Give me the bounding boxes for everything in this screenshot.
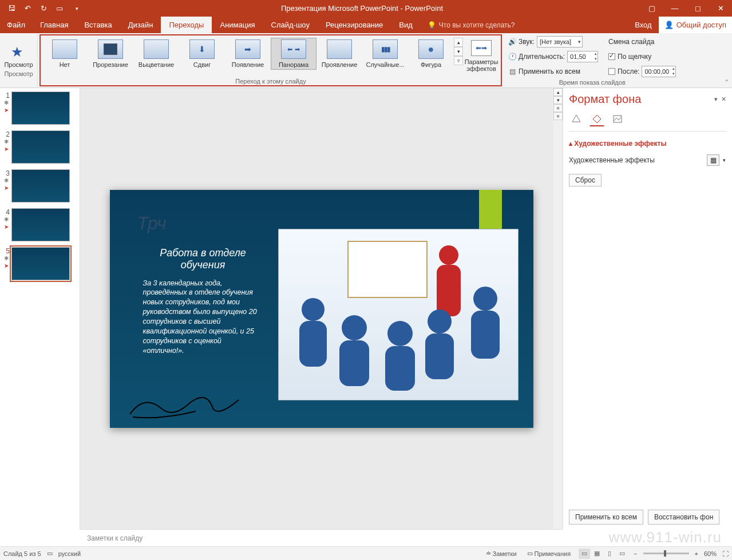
tab-animation[interactable]: Анимация bbox=[212, 17, 263, 33]
transition-reveal[interactable]: Проявление bbox=[316, 38, 362, 70]
view-switcher: ▭ ▦ ▯ ▭ bbox=[579, 549, 628, 559]
sign-in-button[interactable]: Вход bbox=[628, 17, 658, 33]
language-indicator[interactable]: русский bbox=[58, 550, 81, 557]
zoom-out-icon[interactable]: − bbox=[634, 550, 637, 557]
tab-insert[interactable]: Вставка bbox=[76, 17, 120, 33]
transition-none[interactable]: Нет bbox=[42, 38, 88, 70]
gallery-scroll-up[interactable]: ▴ bbox=[454, 38, 463, 47]
main-area: 1✱➤ 2✱➤ 3✱➤ 4✱➤ 5✱➤ Трч Работа в отделе … bbox=[0, 88, 732, 529]
comments-toggle[interactable]: ▭ Примечания bbox=[525, 550, 573, 557]
transition-cut[interactable]: Прорезание bbox=[88, 38, 133, 70]
fill-tab-icon[interactable] bbox=[569, 112, 584, 126]
sorter-view-icon[interactable]: ▦ bbox=[591, 549, 603, 559]
thumb-3[interactable]: 3✱➤ bbox=[2, 169, 77, 202]
thumb-5[interactable]: 5✱➤ bbox=[2, 247, 77, 280]
transitions-gallery: Нет Прорезание Выцветание Сдвиг Появлени… bbox=[41, 35, 501, 77]
reset-button[interactable]: Сброс bbox=[569, 174, 602, 186]
prev-slide-icon[interactable]: ≡ bbox=[553, 104, 563, 112]
start-from-beginning-icon[interactable]: ▭ bbox=[53, 2, 66, 15]
preview-group-label: Просмотр bbox=[4, 70, 33, 77]
effects-tab-icon[interactable] bbox=[589, 112, 604, 126]
scroll-up-icon[interactable]: ▴ bbox=[553, 88, 563, 96]
close-icon[interactable]: ✕ bbox=[709, 0, 732, 17]
duration-label: Длительность: bbox=[519, 53, 565, 61]
current-slide[interactable]: Трч Работа в отделе обучения За 3 календ… bbox=[110, 190, 533, 428]
transition-push[interactable]: Сдвиг bbox=[179, 38, 225, 70]
notes-pane[interactable]: Заметки к слайду bbox=[80, 529, 563, 546]
after-label: После: bbox=[618, 67, 639, 76]
zoom-level[interactable]: 60% bbox=[704, 550, 717, 557]
slide-canvas-area[interactable]: Трч Работа в отделе обучения За 3 календ… bbox=[80, 88, 563, 529]
ribbon-display-icon[interactable]: ▢ bbox=[640, 0, 663, 17]
transition-wipe[interactable]: Появление bbox=[225, 38, 271, 70]
gallery-scroll: ▴ ▾ ▿ bbox=[454, 38, 463, 65]
share-icon: 👤 bbox=[664, 21, 674, 29]
pane-restore-button[interactable]: Восстановить фон bbox=[648, 510, 719, 525]
next-slide-icon[interactable]: ≡ bbox=[553, 112, 563, 120]
editor-vertical-scrollbar[interactable]: ▴ ▾ ≡ ≡ bbox=[553, 88, 563, 529]
slideshow-view-icon[interactable]: ▭ bbox=[616, 549, 628, 559]
preview-button[interactable]: ★ bbox=[11, 44, 27, 60]
thumb-2[interactable]: 2✱➤ bbox=[2, 130, 77, 164]
tab-transitions[interactable]: Переходы bbox=[161, 17, 212, 33]
tab-review[interactable]: Рецензирование bbox=[318, 17, 391, 33]
tab-design[interactable]: Дизайн bbox=[120, 17, 161, 33]
slide-accent-shape bbox=[479, 190, 502, 229]
normal-view-icon[interactable]: ▭ bbox=[579, 549, 590, 559]
pane-title: Формат фона bbox=[569, 93, 641, 106]
thumb-1[interactable]: 1✱➤ bbox=[2, 92, 77, 125]
picture-tab-icon[interactable] bbox=[610, 112, 625, 126]
artistic-effects-label: Художественные эффекты bbox=[569, 156, 655, 164]
maximize-icon[interactable]: ◻ bbox=[686, 0, 709, 17]
share-button[interactable]: 👤 Общий доступ bbox=[659, 17, 732, 33]
reading-view-icon[interactable]: ▯ bbox=[604, 549, 615, 559]
qat-customize-icon[interactable]: ▾ bbox=[70, 2, 84, 15]
transition-shape[interactable]: Фигура bbox=[408, 38, 454, 70]
tell-me-search[interactable]: 💡 Что вы хотите сделать? bbox=[421, 17, 522, 33]
after-checkbox[interactable] bbox=[608, 68, 615, 75]
scroll-down-icon[interactable]: ▾ bbox=[553, 96, 563, 104]
save-icon[interactable]: 🖫 bbox=[5, 2, 18, 15]
spellcheck-icon[interactable]: ▭ bbox=[47, 550, 53, 557]
title-bar: 🖫 ↶ ↻ ▭ ▾ Презентация Microsoft PowerPoi… bbox=[0, 0, 732, 17]
zoom-slider[interactable] bbox=[643, 553, 689, 554]
ribbon: ★ Просмотр Просмотр Нет Прорезание Выцве… bbox=[0, 33, 732, 88]
transition-split[interactable]: Панорама bbox=[271, 38, 316, 70]
tab-slideshow[interactable]: Слайд-шоу bbox=[263, 17, 318, 33]
pane-menu-icon[interactable]: ▾ bbox=[714, 96, 718, 103]
transition-fade[interactable]: Выцветание bbox=[133, 38, 179, 70]
ribbon-tabs: Файл Главная Вставка Дизайн Переходы Ани… bbox=[0, 17, 732, 33]
gallery-expand[interactable]: ▿ bbox=[454, 56, 463, 65]
fit-to-window-icon[interactable]: ⛶ bbox=[722, 550, 729, 557]
artistic-effects-section-header[interactable]: ▴ Художественные эффекты bbox=[569, 140, 726, 148]
slide-image bbox=[278, 229, 519, 400]
thumb-4[interactable]: 4✱➤ bbox=[2, 208, 77, 241]
effect-options-icon bbox=[471, 40, 492, 56]
after-spinner[interactable]: 00:00,00 bbox=[642, 66, 676, 77]
on-click-label: По щелчку bbox=[618, 53, 651, 61]
tab-view[interactable]: Вид bbox=[391, 17, 421, 33]
gallery-scroll-down[interactable]: ▾ bbox=[454, 47, 463, 56]
window-controls: ▢ — ◻ ✕ bbox=[640, 0, 732, 17]
preview-group: ★ Просмотр Просмотр bbox=[0, 33, 38, 88]
pane-close-icon[interactable]: ✕ bbox=[721, 96, 726, 103]
on-click-checkbox[interactable] bbox=[608, 53, 615, 60]
apply-all-button[interactable]: Применить ко всем bbox=[519, 67, 580, 76]
share-label: Общий доступ bbox=[676, 21, 726, 29]
slide-subtitle: Работа в отделе обучения bbox=[155, 247, 252, 271]
undo-icon[interactable]: ↶ bbox=[21, 2, 34, 15]
transitions-group-highlight: Нет Прорезание Выцветание Сдвиг Появлени… bbox=[39, 34, 502, 86]
pane-apply-all-button[interactable]: Применить ко всем bbox=[569, 510, 643, 525]
redo-icon[interactable]: ↻ bbox=[37, 2, 50, 15]
notes-toggle[interactable]: ≐ Заметки bbox=[484, 550, 519, 557]
transition-random[interactable]: Случайные... bbox=[362, 38, 408, 70]
effect-options-button[interactable]: Параметры эффектов bbox=[463, 38, 500, 74]
duration-spinner[interactable]: 01,50 bbox=[567, 51, 598, 62]
zoom-in-icon[interactable]: + bbox=[695, 550, 698, 557]
minimize-icon[interactable]: — bbox=[663, 0, 686, 17]
sound-combo[interactable]: [Нет звука] bbox=[537, 36, 583, 47]
artistic-effects-dropdown[interactable]: ▦ bbox=[707, 154, 719, 166]
tab-home[interactable]: Главная bbox=[32, 17, 76, 33]
collapse-ribbon-icon[interactable]: ˄ bbox=[725, 79, 729, 86]
file-tab[interactable]: Файл bbox=[0, 17, 32, 33]
